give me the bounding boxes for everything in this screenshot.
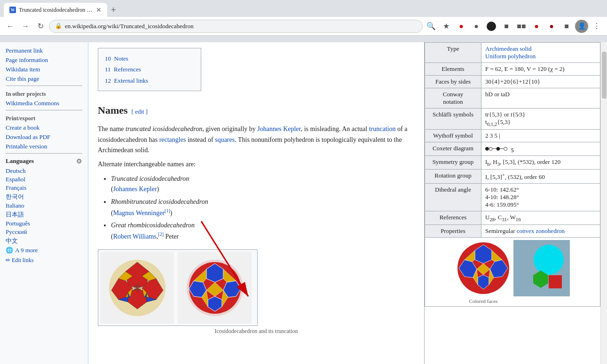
lang-item-espanol[interactable]: Español [0,175,88,184]
tab-close-button[interactable]: ✕ [96,6,102,14]
extension-icon-purple[interactable]: ● [545,20,558,33]
sidebar-divider-3 [6,153,82,154]
lang-item-chinese[interactable]: 中文 [0,236,88,246]
sidebar-item-printable[interactable]: Printable version [0,142,88,151]
extension-icon-2[interactable]: ● [470,20,483,33]
search-icon[interactable]: 🔍 [425,20,438,33]
tab-title: Truncated icosidodecahedron - W [19,7,93,14]
extension-icon-4[interactable]: ■ [500,20,513,33]
rectangles-link[interactable]: rectangles [159,136,186,143]
uniform-link[interactable]: Uniform polyhedron [485,53,536,60]
extension-icon-5[interactable]: ■■ [515,20,528,33]
convex-link[interactable]: convex [517,227,535,234]
lang-item-portuguese[interactable]: Português [0,219,88,228]
infobox-header-conway: Conwaynotation [425,88,481,108]
lang-item-korean[interactable]: 한국어 [0,192,88,201]
sidebar-divider-1 [6,85,82,86]
extension-icon-6[interactable]: ■ [560,20,573,33]
sidebar-item-download-pdf[interactable]: Download as PDF [0,132,88,142]
reload-button[interactable]: ↻ [34,20,47,33]
coxeter-diagram: ●○–●–○ 5 [485,145,514,152]
toc-item-external-links[interactable]: 12 External links [105,75,194,86]
extension-icon-red2[interactable]: ● [530,20,543,33]
toc-item-references[interactable]: 11 References [105,64,194,75]
infobox-row-coxeter: Coxeter diagram ●○–●–○ 5 [425,142,600,156]
extension-icon-3[interactable] [487,22,496,31]
profile-avatar[interactable]: 👤 [575,20,588,33]
back-button[interactable]: ← [4,20,17,33]
infobox-row-references: References U28, C31, W16 [425,211,600,225]
sidebar-item-wikidata[interactable]: Wikidata item [0,65,88,74]
lang-item-japanese[interactable]: 日本語 [0,210,88,219]
lang-item-francais[interactable]: Français [0,184,88,192]
infobox-wrapper: Type Archimedean solid Uniform polyhedro… [424,42,600,364]
infobox-row-wythoff: Wythoff symbol 2 3 5 | [425,129,600,142]
infobox-header-faces: Faces by sides [425,76,481,88]
extension-icon-red[interactable]: ● [455,20,468,33]
wenninger-link[interactable]: Magnus Wenninger [113,209,165,217]
sidebar-item-cite[interactable]: Cite this page [0,74,88,84]
list-item: Great rhombicosidodecahedron (Robert Wil… [111,220,415,242]
polyhedron-image-2 [182,255,248,321]
new-tab-button[interactable]: + [107,5,120,15]
list-item: Rhombitruncated icosidodecahedron (Magnu… [111,197,415,218]
image-container [98,249,258,326]
right-scrollbar[interactable] [600,42,607,364]
article-heading-names: Names [98,104,128,116]
sidebar: Permanent link Page information Wikidata… [0,42,88,364]
forward-button[interactable]: → [19,20,32,33]
zonohedron-link[interactable]: zonohedron [536,227,565,234]
nav-bar: ← → ↻ 🔒 en.wikipedia.org/wiki/Truncated_… [0,17,607,36]
colored-faces-image [455,240,512,296]
pencil-icon: ✏ [6,257,10,263]
languages-gear-button[interactable]: ⚙ [76,157,82,165]
infobox-header-coxeter: Coxeter diagram [425,142,481,156]
bookmark-star-icon[interactable]: ★ [440,20,453,33]
lang-item-russian[interactable]: Русский [0,228,88,236]
page-layout: Permanent link Page information Wikidata… [0,42,607,364]
sidebar-item-permanent-link[interactable]: Permanent link [0,46,88,55]
kepler-link[interactable]: Johannes Kepler [257,125,300,132]
svg-point-36 [534,245,564,275]
more-languages-button[interactable]: 🌐 A 9 more [0,246,43,255]
sidebar-item-wikimedia[interactable]: Wikimedia Commons [0,99,88,108]
kepler-link-2[interactable]: Johannes Kepler [113,186,157,193]
sidebar-label-print: Print/export [0,112,88,123]
lang-item-italiano[interactable]: Italiano [0,201,88,210]
infobox-header-dihedral: Dihedral angle [425,184,481,211]
infobox-header-rotation: Rotation group [425,169,481,183]
infobox-row-symmetry: Symmetry group Ih, H3, [5,3], (*532), or… [425,156,600,170]
infobox-header-references: References [425,211,481,225]
infobox-cell-schlafli: tr{5,3} or t{5⁄3} t0,1,2{5,3} [481,108,600,130]
squares-link[interactable]: squares [215,136,235,143]
infobox-images-cell: Colored faces [425,237,600,306]
infobox-cell-dihedral: 6-10: 142.62° 4-10: 148.28° 4-6: 159.095… [481,184,600,211]
lang-item-deutsch[interactable]: Deutsch [0,167,88,175]
edit-links-button[interactable]: ✏ Edit links [0,255,88,266]
menu-icon[interactable]: ⋮ [590,20,603,33]
active-tab[interactable]: W Truncated icosidodecahedron - W ✕ [4,3,107,17]
sidebar-item-create-book[interactable]: Create a book [0,123,88,132]
archimedean-link[interactable]: Archimedean solid [485,45,532,52]
edit-links-label: Edit links [12,257,33,263]
infobox-header-properties: Properties [425,225,481,237]
article-text: The name truncated icosidodecahedron, gi… [98,124,415,242]
image-caption: Icosidodecahedron and its truncation [98,328,415,335]
infobox-row-rotation: Rotation group I, [5,3]+, (532), order 6… [425,169,600,183]
main-content: 10 Notes 11 References 12 External links… [88,42,424,364]
infobox-header-elements: Elements [425,63,481,76]
colored-spheres-image [513,240,570,296]
translate-icon: 🌐 [6,247,13,254]
truncation-link[interactable]: truncation [369,125,396,132]
lock-icon: 🔒 [55,23,62,30]
list-item: Truncated icosidodecahedron (Johannes Ke… [111,174,415,195]
scroll-thumb[interactable] [602,52,607,99]
edit-names-link[interactable]: [ edit ] [132,108,148,116]
address-bar[interactable]: 🔒 en.wikipedia.org/wiki/Truncated_icosid… [49,20,423,33]
toc-item-notes[interactable]: 10 Notes [105,53,194,64]
infobox-row-type: Type Archimedean solid Uniform polyhedro… [425,43,600,63]
tab-bar: W Truncated icosidodecahedron - W ✕ + [0,0,607,17]
sidebar-item-page-information[interactable]: Page information [0,55,88,65]
infobox-cell-wythoff: 2 3 5 | [481,129,600,142]
williams-link[interactable]: Robert Williams [113,233,157,240]
